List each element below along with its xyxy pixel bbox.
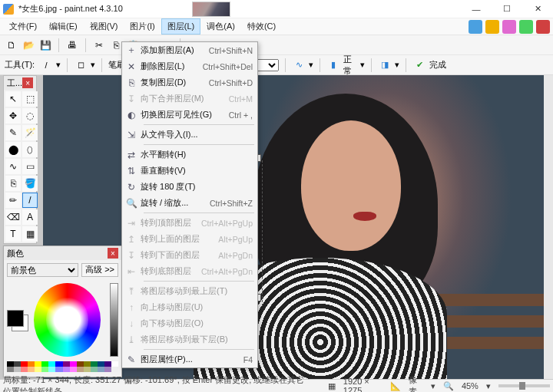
utility-toggle-3[interactable]: [519, 20, 533, 34]
tool-2[interactable]: ✥: [5, 108, 21, 124]
palette-color-3[interactable]: [28, 361, 35, 367]
palette-color-13[interactable]: [98, 361, 104, 367]
layer-menu-item-2[interactable]: ⎘复制图层(D)Ctrl+Shift+D: [122, 74, 257, 91]
tool-8[interactable]: ∿: [5, 159, 21, 174]
tool-0[interactable]: ↖: [5, 91, 21, 107]
status-zoom[interactable]: 45%: [462, 381, 478, 390]
menu-adjust[interactable]: 调色(A): [200, 18, 241, 35]
tool-11[interactable]: 🪣: [22, 176, 38, 191]
utility-toggle-4[interactable]: [536, 20, 550, 34]
close-button[interactable]: ✕: [522, 0, 553, 18]
zoom-slider[interactable]: [498, 384, 550, 387]
tool-3[interactable]: ◌: [22, 108, 38, 124]
menu-effects[interactable]: 特效(C): [241, 18, 282, 35]
primary-swatch[interactable]: [7, 310, 24, 327]
palette-color-10[interactable]: [77, 361, 84, 367]
palette-color-22[interactable]: [48, 367, 55, 372]
tool-1[interactable]: ⬚: [22, 91, 38, 107]
palette-color-2[interactable]: [21, 361, 28, 367]
palette-color-25[interactable]: [70, 367, 77, 372]
palette-color-1[interactable]: [14, 361, 21, 367]
layer-menu-item-8[interactable]: ⇄水平翻转(H): [122, 147, 257, 163]
color-mode-select[interactable]: 前景色: [7, 263, 78, 277]
active-tool-icon[interactable]: /: [39, 58, 53, 72]
layer-menu-item-11[interactable]: 🔍旋转 / 缩放...Ctrl+Shift+Z: [122, 195, 257, 211]
palette-color-28[interactable]: [91, 367, 98, 372]
palette-color-5[interactable]: [41, 361, 48, 367]
tool-13[interactable]: /: [22, 193, 38, 208]
palette-color-30[interactable]: [104, 367, 111, 372]
utility-toggle-2[interactable]: [502, 20, 516, 34]
tool-16[interactable]: T: [5, 226, 21, 242]
tools-panel-close[interactable]: ×: [22, 77, 33, 88]
open-file-icon[interactable]: 📂: [22, 38, 35, 52]
new-file-icon[interactable]: 🗋: [5, 38, 18, 52]
layer-menu-item-9[interactable]: ⇅垂直翻转(V): [122, 163, 257, 179]
palette-color-11[interactable]: [84, 361, 91, 367]
palette-color-0[interactable]: [7, 361, 14, 367]
document-thumbnail[interactable]: [192, 2, 230, 17]
vertical-scrollbar[interactable]: [544, 75, 553, 379]
layer-menu-item-4[interactable]: ◐切换图层可见性(G)Ctrl + ,: [122, 107, 257, 123]
palette-color-24[interactable]: [63, 367, 70, 372]
layer-menu-item-1[interactable]: ✕删除图层(L)Ctrl+Shift+Del: [122, 58, 257, 74]
layer-menu-item-10[interactable]: ↻旋转 180 度(T): [122, 179, 257, 195]
tool-12[interactable]: ✏: [5, 193, 21, 208]
tool-5[interactable]: 🪄: [22, 125, 38, 140]
palette-color-18[interactable]: [21, 367, 28, 372]
menu-image[interactable]: 图片(I): [124, 18, 161, 35]
menu-view[interactable]: 视图(V): [84, 18, 124, 35]
utility-toggle-0[interactable]: [469, 20, 482, 34]
tool-15[interactable]: A: [22, 209, 38, 225]
cut-icon[interactable]: ✂: [92, 38, 106, 52]
palette-color-29[interactable]: [98, 367, 104, 372]
shape-style-icon[interactable]: ◻: [74, 58, 88, 72]
tool-9[interactable]: ▭: [22, 159, 38, 174]
palette-color-14[interactable]: [104, 361, 111, 367]
minimize-button[interactable]: —: [461, 0, 492, 18]
palette-color-9[interactable]: [70, 361, 77, 367]
layer-menu-item-0[interactable]: ＋添加新图层(A)Ctrl+Shift+N: [122, 42, 257, 58]
palette-color-20[interactable]: [35, 367, 41, 372]
colors-panel-close[interactable]: ×: [108, 248, 118, 259]
palette-color-26[interactable]: [77, 367, 84, 372]
menu-layer[interactable]: 图层(L): [161, 18, 200, 35]
advanced-button[interactable]: 高级 >>: [81, 263, 118, 277]
palette-color-21[interactable]: [41, 367, 48, 372]
palette-color-27[interactable]: [84, 367, 91, 372]
maximize-button[interactable]: ☐: [492, 0, 522, 18]
print-icon[interactable]: 🖶: [65, 38, 79, 52]
palette-color-6[interactable]: [48, 361, 55, 367]
palette-color-15[interactable]: [111, 361, 118, 367]
palette-color-31[interactable]: [111, 367, 118, 372]
layer-menu-item-23[interactable]: ✎图层属性(P)...F4: [122, 351, 257, 367]
tool-6[interactable]: ⬤: [5, 142, 21, 157]
blend-mode-icon[interactable]: 正常: [343, 58, 357, 72]
palette-color-16[interactable]: [7, 367, 14, 372]
alpha-blend-icon[interactable]: ◨: [378, 58, 392, 72]
antialias-icon[interactable]: ▮: [326, 58, 340, 72]
save-icon[interactable]: 💾: [38, 38, 52, 52]
finish-label[interactable]: 完成: [429, 59, 446, 71]
utility-toggle-1[interactable]: [485, 20, 499, 34]
palette-color-23[interactable]: [55, 367, 62, 372]
palette-color-19[interactable]: [28, 367, 35, 372]
status-unit[interactable]: 像素: [409, 374, 422, 392]
palette-color-4[interactable]: [35, 361, 41, 367]
curve-type-icon[interactable]: ∿: [292, 58, 306, 72]
menu-edit[interactable]: 编辑(E): [43, 18, 84, 35]
layer-menu-item-6[interactable]: ⇲从文件导入(I)...: [122, 127, 257, 143]
tool-17[interactable]: ▦: [22, 226, 38, 242]
tool-14[interactable]: ⌫: [5, 209, 21, 225]
value-slider[interactable]: [110, 283, 118, 357]
palette-color-7[interactable]: [55, 361, 62, 367]
palette-color-17[interactable]: [14, 367, 21, 372]
finish-icon[interactable]: ✔: [412, 58, 426, 72]
color-wheel[interactable]: [34, 283, 101, 357]
tool-4[interactable]: ✎: [5, 125, 21, 140]
menu-file[interactable]: 文件(F): [3, 18, 43, 35]
palette-color-12[interactable]: [91, 361, 98, 367]
palette-color-8[interactable]: [63, 361, 70, 367]
tool-10[interactable]: ⎘: [5, 176, 21, 191]
tool-7[interactable]: ⬯: [22, 142, 38, 157]
